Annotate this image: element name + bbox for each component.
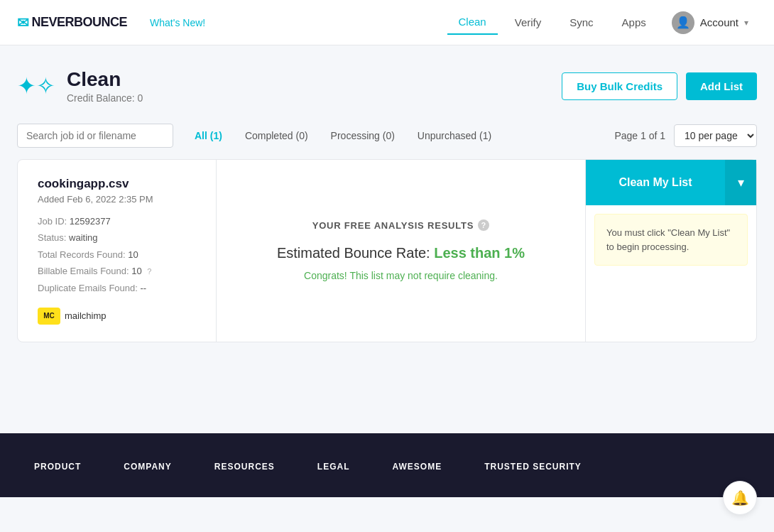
status-row: Status: waiting	[38, 229, 196, 246]
search-input[interactable]	[17, 124, 173, 148]
credit-balance: Credit Balance: 0	[67, 92, 143, 104]
credit-balance-value: 0	[138, 92, 143, 104]
footer-col-heading-security: TRUSTED SECURITY	[484, 462, 582, 472]
clean-hint: You must click "Clean My List" to begin …	[594, 214, 748, 266]
filter-bar: All (1) Completed (0) Processing (0) Unp…	[17, 124, 757, 148]
page-header-actions: Buy Bulk Credits Add List	[562, 72, 757, 100]
footer-col-awesome: AWESOME	[392, 462, 442, 480]
per-page-select[interactable]: 10 per page 25 per page 50 per page	[674, 124, 757, 147]
list-added-date: Added Feb 6, 2022 2:35 PM	[38, 194, 196, 205]
duplicate-emails-row: Duplicate Emails Found: --	[38, 280, 196, 296]
clean-dropdown-button[interactable]: ▾	[725, 160, 756, 205]
bell-icon: 🔔	[731, 489, 749, 497]
footer-col-company: COMPANY	[124, 462, 171, 480]
credit-balance-label: Credit Balance:	[67, 92, 135, 104]
brand-name: NEVERBOUNCE	[32, 15, 128, 30]
page-header: ✦✧ Clean Credit Balance: 0 Buy Bulk Cred…	[17, 68, 757, 104]
total-records-value: 10	[128, 249, 138, 260]
account-menu[interactable]: 👤 Account ▾	[663, 6, 757, 40]
navbar: ✉ NEVERBOUNCE What's New! Clean Verify S…	[0, 0, 774, 45]
list-filename: cookingapp.csv	[38, 177, 196, 191]
status-label: Status:	[38, 232, 66, 243]
mailchimp-icon: MC	[38, 308, 60, 325]
nav-verify[interactable]: Verify	[503, 11, 553, 34]
logo-icon: ✉	[17, 14, 29, 31]
clean-button-group: Clean My List ▾	[586, 160, 756, 205]
footer-col-heading-awesome: AWESOME	[392, 462, 442, 472]
nav-links: Clean Verify Sync Apps 👤 Account ▾	[447, 6, 757, 40]
bounce-rate: Estimated Bounce Rate: Less than 1%	[277, 245, 525, 261]
filter-tab-all[interactable]: All (1)	[185, 126, 232, 146]
analysis-title-text: YOUR FREE ANALYSIS RESULTS	[312, 220, 474, 231]
page-header-left: ✦✧ Clean Credit Balance: 0	[17, 68, 143, 104]
page-title-block: Clean Credit Balance: 0	[67, 68, 143, 104]
action-panel: Clean My List ▾ You must click "Clean My…	[586, 160, 756, 342]
job-id-row: Job ID: 12592377	[38, 213, 196, 229]
main-content: ✦✧ Clean Credit Balance: 0 Buy Bulk Cred…	[0, 45, 774, 376]
congrats-text: Congrats! This list may not require clea…	[304, 270, 498, 281]
job-id-label: Job ID:	[38, 216, 67, 227]
total-records-label: Total Records Found:	[38, 249, 126, 260]
footer-cols: PRODUCT COMPANY RESOURCES LEGAL AWESOME …	[34, 462, 740, 480]
footer-col-heading-product: PRODUCT	[34, 462, 81, 472]
page-title: Clean	[67, 68, 143, 91]
footer-col-heading-legal: LEGAL	[317, 462, 350, 472]
analysis-title: YOUR FREE ANALYSIS RESULTS ?	[312, 219, 490, 231]
footer-col-security: TRUSTED SECURITY	[484, 462, 582, 480]
bounce-rate-label: Estimated Bounce Rate:	[277, 245, 430, 261]
footer-col-legal: LEGAL	[317, 462, 350, 480]
billable-emails-label: Billable Emails Found:	[38, 266, 129, 276]
billable-emails-value: 10	[131, 266, 141, 276]
chevron-down-icon: ▾	[744, 18, 748, 28]
footer: PRODUCT COMPANY RESOURCES LEGAL AWESOME …	[0, 433, 774, 497]
whats-new-link[interactable]: What's New!	[150, 17, 205, 28]
footer-col-product: PRODUCT	[34, 462, 81, 480]
clean-my-list-button[interactable]: Clean My List	[586, 160, 725, 205]
list-card: cookingapp.csv Added Feb 6, 2022 2:35 PM…	[17, 159, 757, 342]
page-info: Page 1 of 1	[614, 130, 665, 141]
filter-tab-completed[interactable]: Completed (0)	[235, 126, 318, 146]
nav-clean[interactable]: Clean	[447, 10, 498, 35]
list-meta: Job ID: 12592377 Status: waiting Total R…	[38, 213, 196, 296]
duplicate-emails-label: Duplicate Emails Found:	[38, 283, 138, 293]
bounce-rate-value: Less than 1%	[434, 245, 525, 261]
account-label: Account	[700, 16, 738, 28]
analysis-help-icon[interactable]: ?	[478, 219, 489, 231]
pagination-info: Page 1 of 1 10 per page 25 per page 50 p…	[614, 124, 757, 147]
add-list-button[interactable]: Add List	[686, 72, 757, 100]
billable-emails-row: Billable Emails Found: 10 ?	[38, 263, 196, 279]
buy-credits-button[interactable]: Buy Bulk Credits	[562, 72, 677, 100]
job-id-value: 12592377	[70, 216, 111, 227]
footer-col-heading-resources: RESOURCES	[214, 462, 275, 472]
total-records-row: Total Records Found: 10	[38, 246, 196, 263]
filter-tab-processing[interactable]: Processing (0)	[321, 126, 405, 146]
mailchimp-logo: MC mailchimp	[38, 308, 196, 325]
nav-apps[interactable]: Apps	[611, 11, 658, 34]
logo: ✉ NEVERBOUNCE	[17, 14, 127, 31]
filter-tabs: All (1) Completed (0) Processing (0) Unp…	[185, 126, 501, 146]
sparkle-icon: ✦✧	[17, 75, 55, 97]
avatar: 👤	[672, 11, 694, 34]
status-value: waiting	[69, 232, 97, 243]
nav-sync[interactable]: Sync	[558, 11, 604, 34]
footer-col-resources: RESOURCES	[214, 462, 275, 480]
footer-col-heading-company: COMPANY	[124, 462, 171, 472]
duplicate-emails-value: --	[141, 283, 147, 293]
mailchimp-label: mailchimp	[65, 310, 107, 321]
chevron-down-icon: ▾	[738, 175, 744, 190]
list-card-info: cookingapp.csv Added Feb 6, 2022 2:35 PM…	[18, 160, 217, 342]
analysis-panel: YOUR FREE ANALYSIS RESULTS ? Estimated B…	[217, 160, 586, 342]
filter-tab-unpurchased[interactable]: Unpurchased (1)	[408, 126, 501, 146]
help-icon[interactable]: ?	[147, 267, 151, 276]
